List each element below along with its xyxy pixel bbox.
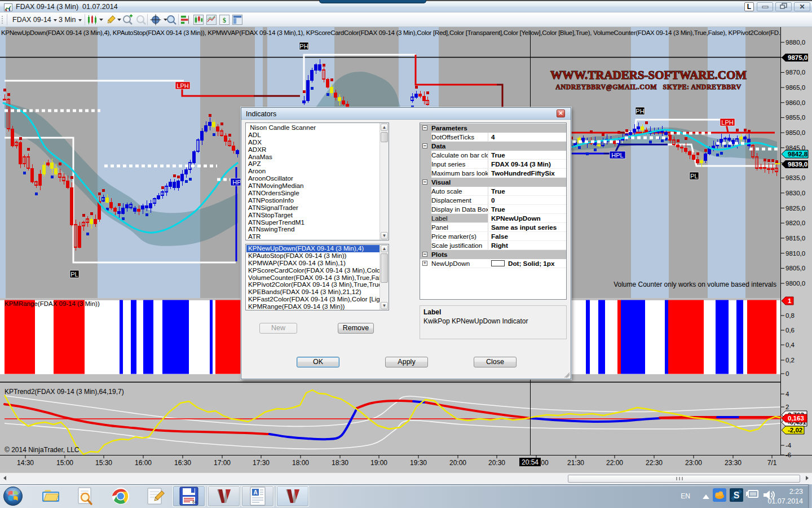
svg-text:16:00: 16:00 bbox=[135, 459, 152, 467]
svg-text:0,8: 0,8 bbox=[785, 312, 795, 319]
svg-text:PH: PH bbox=[299, 43, 308, 50]
svg-text:PH: PH bbox=[636, 108, 644, 115]
svg-text:1: 1 bbox=[788, 297, 792, 304]
svg-text:9815,0: 9815,0 bbox=[785, 235, 805, 242]
svg-text:9860,0: 9860,0 bbox=[785, 99, 805, 106]
svg-text:WWW.TRADERS-SOFTWARE.COM: WWW.TRADERS-SOFTWARE.COM bbox=[550, 68, 747, 82]
svg-text:9875,0: 9875,0 bbox=[788, 54, 807, 61]
svg-text:17:30: 17:30 bbox=[253, 459, 270, 467]
svg-text:0,4: 0,4 bbox=[785, 341, 795, 348]
svg-text:S: S bbox=[734, 491, 740, 500]
svg-text:$: $ bbox=[223, 17, 226, 24]
svg-text:20:54: 20:54 bbox=[522, 458, 539, 466]
svg-text:9820,0: 9820,0 bbox=[785, 220, 805, 226]
svg-text:9800,0: 9800,0 bbox=[785, 280, 805, 287]
svg-text:9825,0: 9825,0 bbox=[785, 205, 805, 212]
svg-text:16:30: 16:30 bbox=[174, 459, 191, 467]
svg-text:9870,0: 9870,0 bbox=[785, 69, 805, 76]
svg-text:HPL: HPL bbox=[611, 152, 623, 159]
svg-text:4: 4 bbox=[785, 391, 789, 397]
svg-text:00: 00 bbox=[541, 459, 549, 467]
svg-text:9839,0: 9839,0 bbox=[788, 161, 807, 168]
svg-text:18:30: 18:30 bbox=[332, 459, 348, 467]
svg-text:9810,0: 9810,0 bbox=[785, 250, 805, 257]
svg-text:20:00: 20:00 bbox=[449, 459, 466, 467]
svg-text:9880,0: 9880,0 bbox=[785, 39, 805, 46]
svg-text:9835,0: 9835,0 bbox=[785, 174, 805, 181]
svg-text:23:30: 23:30 bbox=[725, 459, 742, 467]
svg-text:20:30: 20:30 bbox=[488, 459, 505, 467]
svg-text:14:30: 14:30 bbox=[17, 459, 34, 467]
svg-text:9850,0: 9850,0 bbox=[785, 129, 805, 136]
svg-text:LPH: LPH bbox=[176, 82, 188, 89]
svg-text:-2,02: -2,02 bbox=[788, 427, 802, 433]
svg-text:A: A bbox=[253, 489, 257, 496]
svg-text:19:00: 19:00 bbox=[370, 459, 387, 467]
svg-text:PL: PL bbox=[70, 271, 78, 278]
svg-text:18:00: 18:00 bbox=[292, 459, 309, 467]
svg-text:0,2: 0,2 bbox=[785, 357, 795, 364]
svg-text:17:00: 17:00 bbox=[214, 459, 231, 467]
svg-text:15:00: 15:00 bbox=[56, 459, 73, 467]
svg-text:9842,8: 9842,8 bbox=[788, 151, 808, 157]
svg-text:Volume Counter only works on v: Volume Counter only works on volume base… bbox=[614, 281, 776, 288]
svg-text:-4: -4 bbox=[785, 442, 792, 449]
svg-text:PL: PL bbox=[690, 173, 698, 179]
svg-text:7/1: 7/1 bbox=[767, 459, 777, 467]
svg-text:KPMRange(FDAX 09-14 (3 Min)): KPMRange(FDAX 09-14 (3 Min)) bbox=[5, 300, 100, 307]
svg-text:22:00: 22:00 bbox=[606, 459, 623, 467]
svg-text:2: 2 bbox=[785, 404, 789, 410]
svg-text:9830,0: 9830,0 bbox=[785, 190, 805, 196]
svg-text:ANDREYBBRV@GMAIL.COM SKYPE:: ANDREYBBRV@GMAIL.COM SKYPE: ANDREYBBRV bbox=[555, 83, 741, 91]
svg-text:22:30: 22:30 bbox=[646, 459, 663, 467]
svg-text:64: 64 bbox=[192, 500, 197, 505]
svg-text:KPTrend2(FDAX 09-14 (3 Min),64: KPTrend2(FDAX 09-14 (3 Min),64,19,7) bbox=[5, 388, 124, 396]
svg-text:9805,0: 9805,0 bbox=[785, 265, 805, 271]
svg-text:15:30: 15:30 bbox=[95, 459, 112, 467]
svg-text:© 2014 NinjaTrader, LLC: © 2014 NinjaTrader, LLC bbox=[5, 446, 80, 454]
svg-text:9855,0: 9855,0 bbox=[785, 114, 805, 121]
svg-text:0: 0 bbox=[785, 370, 789, 377]
svg-text:19:30: 19:30 bbox=[410, 459, 427, 467]
svg-text:21:30: 21:30 bbox=[567, 459, 584, 467]
svg-text:0,163: 0,163 bbox=[788, 415, 804, 422]
svg-text:-6: -6 bbox=[785, 452, 791, 458]
svg-text:LPH: LPH bbox=[721, 119, 733, 126]
svg-text:0,6: 0,6 bbox=[785, 327, 795, 334]
svg-text:9865,0: 9865,0 bbox=[785, 84, 805, 91]
svg-text:23:00: 23:00 bbox=[685, 459, 702, 467]
